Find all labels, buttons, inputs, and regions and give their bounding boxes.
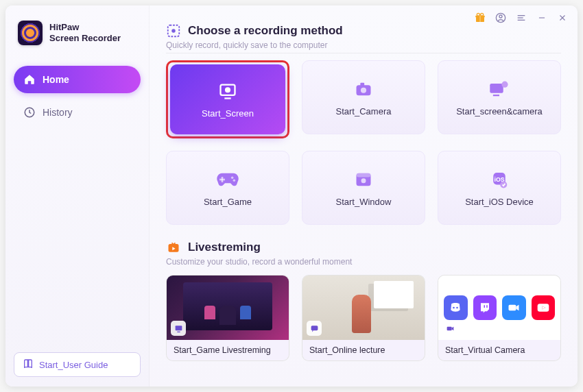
svg-point-28 <box>233 179 235 181</box>
svg-rect-41 <box>484 305 485 308</box>
chat-icon <box>307 321 322 336</box>
brand-subtitle: Screen Recorder <box>49 33 121 44</box>
livestream-card-virtual-camera[interactable]: Start_Virtual Camera <box>438 275 561 361</box>
sidebar-item-label: Home <box>43 74 69 85</box>
svg-point-15 <box>171 29 176 33</box>
svg-rect-43 <box>509 305 516 310</box>
recording-card-camera[interactable]: Start_Camera <box>302 60 425 134</box>
svg-point-40 <box>456 307 458 309</box>
recording-card-label: Start_Camera <box>336 106 392 117</box>
recording-title: Choose a recording method <box>188 24 343 38</box>
livestream-section-icon <box>166 240 181 255</box>
sidebar-item-history[interactable]: History <box>14 99 141 126</box>
discord-icon <box>444 295 468 320</box>
user-guide-label: Start_User Guide <box>39 360 108 370</box>
recording-grid: Start_Screen Start_Camera Start_screen&c… <box>166 60 561 225</box>
livestream-card-label: Start_Virtual Camera <box>438 340 560 360</box>
livestream-section-header: Livestreming <box>166 240 561 255</box>
livestream-card-game[interactable]: Start_Game Livestreming <box>166 275 289 361</box>
livestream-subtitle: Customize your studio, record a wonderfu… <box>166 257 561 267</box>
screen-icon <box>217 81 239 101</box>
main-content: Choose a recording method Quickly record… <box>150 5 578 387</box>
svg-point-6 <box>499 15 502 18</box>
menu-icon[interactable] <box>516 12 527 23</box>
svg-rect-30 <box>357 173 371 177</box>
video-icon <box>502 295 526 320</box>
livestream-card-label: Start_Online lecture <box>302 340 425 360</box>
sidebar-item-home[interactable]: Home <box>14 66 141 93</box>
ios-icon: iOS <box>488 169 510 190</box>
app-window: HitPaw Screen Recorder Home History <box>5 5 578 387</box>
recording-card-label: Start_Window <box>336 197 392 207</box>
sidebar-nav: Home History <box>14 66 141 132</box>
livestream-card-lecture[interactable]: Start_Online lecture <box>302 275 425 361</box>
minimize-icon[interactable] <box>536 12 547 23</box>
svg-point-21 <box>361 87 366 93</box>
svg-rect-20 <box>360 82 364 86</box>
svg-point-39 <box>453 307 455 309</box>
livestream-thumb <box>438 275 560 340</box>
svg-rect-22 <box>490 84 503 93</box>
home-icon <box>23 73 36 86</box>
sidebar: HitPaw Screen Recorder Home History <box>5 5 150 387</box>
svg-point-3 <box>477 13 479 16</box>
close-icon[interactable] <box>557 12 568 23</box>
youtube-icon <box>532 295 556 320</box>
recording-card-label: Start_screen&camera <box>456 106 543 117</box>
recording-card-window[interactable]: Start_Window <box>302 151 425 225</box>
svg-rect-2 <box>479 16 480 22</box>
recording-section-header: Choose a recording method <box>166 23 561 38</box>
clock-icon <box>23 106 36 119</box>
recording-card-highlight: Start_Screen <box>166 60 289 138</box>
recording-card-label: Start_Screen <box>202 108 254 119</box>
recording-card-label: Start_iOS Device <box>465 197 534 207</box>
recording-card-screen[interactable]: Start_Screen <box>170 64 285 134</box>
gift-icon[interactable] <box>475 12 486 23</box>
svg-rect-45 <box>447 326 451 330</box>
sidebar-item-label: History <box>43 107 73 118</box>
recording-card-screen-camera[interactable]: Start_screen&camera <box>438 60 561 134</box>
livestream-card-label: Start_Game Livestreming <box>167 340 289 360</box>
livestream-thumb <box>167 275 289 340</box>
svg-rect-38 <box>311 326 318 330</box>
svg-point-17 <box>226 88 230 92</box>
svg-point-27 <box>231 176 233 178</box>
record-section-icon <box>166 23 181 38</box>
twitch-icon <box>473 295 497 320</box>
titlebar <box>475 12 568 23</box>
svg-rect-26 <box>219 178 225 180</box>
account-icon[interactable] <box>495 12 506 23</box>
svg-point-23 <box>501 81 508 87</box>
camera-badge-icon <box>442 321 457 336</box>
recording-subtitle: Quickly record, quickly save to the comp… <box>166 40 561 50</box>
app-logo <box>18 21 43 45</box>
screen-camera-icon <box>488 79 510 99</box>
recording-card-label: Start_Game <box>204 197 252 207</box>
brand: HitPaw Screen Recorder <box>14 15 141 58</box>
livestream-thumb <box>302 275 425 340</box>
window-icon <box>353 169 374 190</box>
book-icon <box>23 358 34 371</box>
livestream-title: Livestreming <box>188 241 261 254</box>
divider <box>166 53 561 53</box>
user-guide-button[interactable]: Start_User Guide <box>14 352 141 377</box>
monitor-icon <box>171 321 186 336</box>
brand-name: HitPaw <box>49 22 121 33</box>
livestream-grid: Start_Game Livestreming Start_Online lec… <box>166 275 561 361</box>
camera-icon <box>353 79 374 99</box>
svg-point-4 <box>481 13 484 16</box>
svg-rect-36 <box>175 326 182 330</box>
gamepad-icon <box>217 169 239 190</box>
recording-card-game[interactable]: Start_Game <box>166 151 289 225</box>
svg-point-31 <box>361 178 366 183</box>
recording-card-ios[interactable]: iOS Start_iOS Device <box>438 151 561 225</box>
svg-rect-42 <box>486 305 488 308</box>
